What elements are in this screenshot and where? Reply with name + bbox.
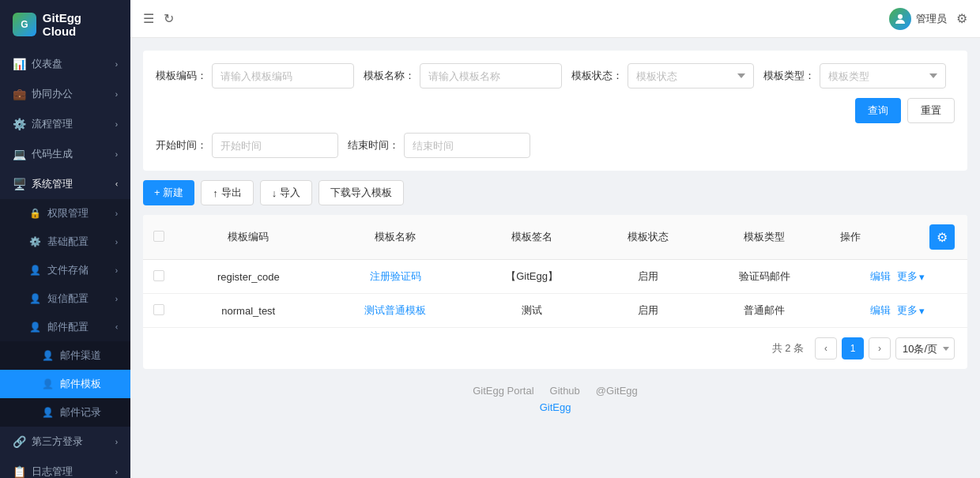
filestorage-icon: 👤 xyxy=(28,264,41,277)
sidebar-item-mail-channel[interactable]: 👤 邮件渠道 xyxy=(0,341,130,370)
log-icon: 📋 xyxy=(13,465,25,478)
end-time-label: 结束时间： xyxy=(348,138,399,152)
submenu-label: 文件存储 xyxy=(47,263,89,277)
export-button[interactable]: ↑ 导出 xyxy=(201,180,254,205)
mail-icon: 👤 xyxy=(28,321,41,333)
sidebar-item-sysmanage[interactable]: 🖥️ 系统管理 › xyxy=(0,169,130,199)
row-sign: 【GitEgg】 xyxy=(469,260,596,294)
table-container: 模板编码 模板名称 模板签名 模板状态 xyxy=(143,215,967,369)
main-area: ☰ ↻ 管理员 ⚙ 模板编码： 模板名称： xyxy=(130,0,980,478)
select-all-checkbox[interactable] xyxy=(153,231,164,242)
row-checkbox[interactable] xyxy=(153,304,164,315)
row-actions: 编辑 更多 ▾ xyxy=(827,294,967,328)
sidebar-item-dashboard[interactable]: 📊 仪表盘 › xyxy=(0,49,130,79)
sidebar: G GitEgg Cloud 📊 仪表盘 › 💼 协同办公 › ⚙️ 流程管理 xyxy=(0,0,130,478)
chevron-down-icon: ▾ xyxy=(919,305,925,317)
settings-icon[interactable]: ⚙ xyxy=(956,11,967,26)
submenu-label: 邮件配置 xyxy=(47,320,89,334)
menu-toggle-icon[interactable]: ☰ xyxy=(143,11,154,26)
sysmanage-submenu: 🔒 权限管理 › ⚙️ 基础配置 › 👤 文件存储 › 👤 短信配置 › xyxy=(0,199,130,427)
edit-button[interactable]: 编辑 xyxy=(870,303,891,318)
prev-page-button[interactable]: ‹ xyxy=(815,337,837,359)
col-type: 模板类型 xyxy=(701,215,827,260)
query-button[interactable]: 查询 xyxy=(855,98,901,123)
template-type-select[interactable]: 模板类型 xyxy=(820,63,946,88)
import-button[interactable]: ↓ 导入 xyxy=(260,180,313,205)
filter-template-status: 模板状态： 模板状态 xyxy=(571,63,754,88)
end-time-input[interactable] xyxy=(404,133,530,158)
sidebar-item-permission[interactable]: 🔒 权限管理 › xyxy=(0,199,130,228)
chevron-icon: › xyxy=(115,209,118,218)
sidebar-item-mail-template[interactable]: 👤 邮件模板 xyxy=(0,370,130,398)
filter-actions: 查询 重置 xyxy=(855,98,955,123)
table-settings-button[interactable]: ⚙ xyxy=(929,224,955,250)
logo-icon: G xyxy=(13,13,36,36)
chevron-icon: › xyxy=(115,60,118,69)
chevron-icon: › xyxy=(115,266,118,275)
page-1-button[interactable]: 1 xyxy=(842,337,864,359)
sidebar-item-basic[interactable]: ⚙️ 基础配置 › xyxy=(0,228,130,256)
col-name: 模板名称 xyxy=(322,215,469,260)
row-sign: 测试 xyxy=(469,294,596,328)
sidebar-item-smsconfig[interactable]: 👤 短信配置 › xyxy=(0,284,130,313)
download-button[interactable]: 下载导入模板 xyxy=(318,180,404,205)
footer-link-at: @GitEgg xyxy=(596,385,638,397)
template-name-input[interactable] xyxy=(420,63,562,88)
submenu-label: 邮件记录 xyxy=(60,405,101,420)
table-row: register_code 注册验证码 【GitEgg】 启用 验证码邮件 编辑 xyxy=(143,260,967,294)
total-count: 共 2 条 xyxy=(772,341,804,356)
sidebar-item-office[interactable]: 💼 协同办公 › xyxy=(0,79,130,109)
chevron-down-icon: › xyxy=(115,180,118,189)
next-page-button[interactable]: › xyxy=(869,337,891,359)
chevron-icon: › xyxy=(115,438,118,446)
page-size-select[interactable]: 10条/页 xyxy=(895,337,955,359)
sidebar-item-third-login[interactable]: 🔗 第三方登录 › xyxy=(0,427,130,457)
footer-brand-link[interactable]: GitEgg xyxy=(540,401,571,413)
filter-start-time: 开始时间： xyxy=(156,133,338,158)
submenu-label: 权限管理 xyxy=(47,206,89,220)
sidebar-item-log-manage[interactable]: 📋 日志管理 › xyxy=(0,457,130,478)
sidebar-item-mail-record[interactable]: 👤 邮件记录 xyxy=(0,398,130,427)
select-all-cell xyxy=(143,215,175,260)
chevron-icon: › xyxy=(115,468,118,476)
sidebar-item-label: 代码生成 xyxy=(32,147,73,161)
template-code-input[interactable] xyxy=(212,63,354,88)
more-button[interactable]: 更多 ▾ xyxy=(897,269,925,284)
more-button[interactable]: 更多 ▾ xyxy=(897,303,925,318)
row-type: 普通邮件 xyxy=(701,294,827,328)
template-status-select[interactable]: 模板状态 xyxy=(628,63,754,88)
filter-row-1: 模板编码： 模板名称： 模板状态： 模板状态 模板类型： 模板类型 xyxy=(156,63,955,123)
table-body: register_code 注册验证码 【GitEgg】 启用 验证码邮件 编辑 xyxy=(143,260,967,328)
reset-button[interactable]: 重置 xyxy=(907,98,955,123)
sidebar-item-codegen[interactable]: 💻 代码生成 › xyxy=(0,139,130,169)
import-icon: ↓ xyxy=(272,187,277,199)
refresh-icon[interactable]: ↻ xyxy=(164,11,174,26)
sidebar-item-mailconfig[interactable]: 👤 邮件配置 › xyxy=(0,313,130,341)
start-time-label: 开始时间： xyxy=(156,138,207,152)
sidebar-item-filestorage[interactable]: 👤 文件存储 › xyxy=(0,256,130,284)
sidebar-item-process[interactable]: ⚙️ 流程管理 › xyxy=(0,109,130,139)
sidebar-item-label: 流程管理 xyxy=(32,117,73,131)
row-checkbox[interactable] xyxy=(153,270,164,281)
row-checkbox-cell xyxy=(143,294,175,328)
third-login-icon: 🔗 xyxy=(13,435,25,448)
col-action: 操作 ⚙ xyxy=(827,215,967,260)
table-scroll: 模板编码 模板名称 模板签名 模板状态 xyxy=(143,215,967,328)
sidebar-menu: 📊 仪表盘 › 💼 协同办公 › ⚙️ 流程管理 › 💻 代码生成 xyxy=(0,49,130,478)
col-status: 模板状态 xyxy=(596,215,702,260)
row-name: 注册验证码 xyxy=(322,260,469,294)
row-checkbox-cell xyxy=(143,260,175,294)
table-header: 模板编码 模板名称 模板签名 模板状态 xyxy=(143,215,967,260)
chevron-down-icon: › xyxy=(115,323,118,332)
start-time-input[interactable] xyxy=(212,133,338,158)
footer: GitEgg Portal Github @GitEgg GitEgg xyxy=(143,369,967,429)
chevron-icon: › xyxy=(115,90,118,99)
row-name: 测试普通模板 xyxy=(322,294,469,328)
sidebar-item-label: 日志管理 xyxy=(32,465,73,478)
chevron-icon: › xyxy=(115,238,118,247)
pagination: 共 2 条 ‹ 1 › 10条/页 xyxy=(143,328,967,369)
mail-channel-icon: 👤 xyxy=(41,349,54,362)
new-button[interactable]: + 新建 xyxy=(143,180,194,205)
edit-button[interactable]: 编辑 xyxy=(870,269,891,284)
chevron-icon: › xyxy=(115,295,118,303)
